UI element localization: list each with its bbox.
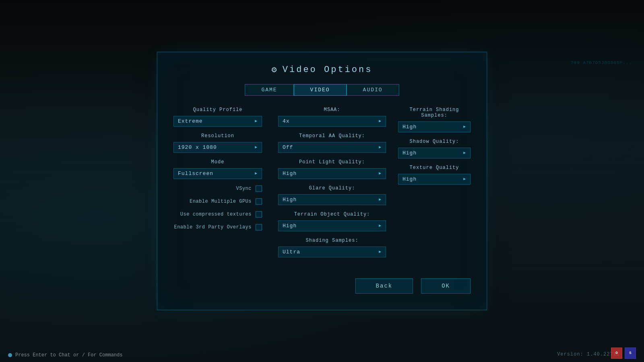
texture-quality-arrow: ► bbox=[463, 177, 466, 181]
mode-value: Fullscreen bbox=[178, 171, 213, 177]
logo-oxide: O bbox=[611, 348, 622, 359]
shading-samples-dropdown[interactable]: Ultra ► bbox=[278, 247, 386, 257]
dialog-footer: Back OK bbox=[173, 278, 471, 294]
chat-bar: Press Enter to Chat or / For Commands bbox=[8, 352, 122, 358]
logo-studio: S bbox=[625, 348, 636, 359]
multiple-gpus-label: Enable Multiple GPUs bbox=[190, 199, 252, 204]
shading-samples-arrow: ► bbox=[379, 250, 382, 254]
terrain-shading-samples-value: High bbox=[402, 124, 417, 130]
temporal-aa-quality-dropdown[interactable]: Off ► bbox=[278, 142, 386, 153]
bg-noise-right bbox=[511, 60, 644, 302]
glare-quality-value: High bbox=[283, 197, 297, 203]
msaa-label: MSAA: bbox=[278, 107, 386, 113]
resolution-dropdown[interactable]: 1920 x 1080 ► bbox=[173, 142, 262, 153]
shading-samples-label: Shading Samples: bbox=[278, 238, 386, 243]
terrain-shading-samples-dropdown[interactable]: High ► bbox=[398, 121, 471, 132]
dialog-title-bar: ⚙ Video Options bbox=[173, 64, 471, 75]
point-light-quality-dropdown[interactable]: High ► bbox=[278, 168, 386, 179]
glare-quality-dropdown[interactable]: High ► bbox=[278, 194, 386, 205]
center-column: MSAA: 4x ► Temporal AA Quality: Off ► Po… bbox=[278, 107, 386, 264]
terrain-object-quality-label: Terrain Object Quality: bbox=[278, 212, 386, 217]
point-light-quality-value: High bbox=[283, 171, 297, 177]
msaa-value: 4x bbox=[283, 118, 290, 124]
quality-profile-dropdown[interactable]: Extreme ► bbox=[173, 116, 262, 127]
shadow-quality-label: Shadow Quality: bbox=[398, 139, 471, 144]
right-side: MSAA: 4x ► Temporal AA Quality: Off ► Po… bbox=[278, 107, 471, 264]
quality-profile-arrow: ► bbox=[255, 119, 258, 123]
third-party-overlays-checkbox[interactable] bbox=[256, 224, 262, 230]
vsync-label: VSync bbox=[236, 186, 252, 191]
mode-arrow: ► bbox=[255, 171, 258, 176]
vsync-row: VSync bbox=[173, 185, 262, 192]
texture-quality-value: High bbox=[402, 176, 417, 182]
shadow-quality-arrow: ► bbox=[463, 151, 466, 155]
resolution-label: Resolution bbox=[173, 133, 262, 139]
shadow-quality-value: High bbox=[402, 150, 417, 156]
glare-quality-label: Glare Quality: bbox=[278, 185, 386, 191]
ok-button[interactable]: OK bbox=[421, 278, 471, 294]
logos-area: O S bbox=[611, 348, 636, 359]
terrain-object-quality-dropdown[interactable]: High ► bbox=[278, 220, 386, 231]
quality-profile-value: Extreme bbox=[178, 118, 203, 124]
third-party-overlays-label: Enable 3rd Party Overlays bbox=[174, 224, 252, 230]
dialog-content: Quality Profile Extreme ► Resolution 192… bbox=[173, 107, 471, 264]
glare-quality-arrow: ► bbox=[379, 197, 382, 202]
tab-bar: GAME VIDEO AUDIO bbox=[173, 84, 471, 96]
point-light-quality-label: Point Light Quality: bbox=[278, 159, 386, 165]
quality-profile-label: Quality Profile bbox=[173, 107, 262, 113]
terrain-shading-samples-label: Terrain Shading Samples: bbox=[398, 107, 471, 118]
resolution-value: 1920 x 1080 bbox=[178, 144, 217, 150]
back-button[interactable]: Back bbox=[355, 278, 413, 294]
terrain-shading-samples-arrow: ► bbox=[463, 125, 466, 129]
dialog-title-text: Video Options bbox=[283, 65, 373, 75]
chat-dot-icon bbox=[8, 353, 12, 357]
texture-quality-dropdown[interactable]: High ► bbox=[398, 174, 471, 185]
compressed-textures-label: Use compressed textures bbox=[180, 212, 252, 217]
tab-video[interactable]: VIDEO bbox=[294, 84, 347, 96]
left-column: Quality Profile Extreme ► Resolution 192… bbox=[173, 107, 262, 264]
tab-audio[interactable]: AUDIO bbox=[347, 84, 399, 96]
terrain-object-quality-arrow: ► bbox=[379, 224, 382, 228]
temporal-aa-quality-arrow: ► bbox=[379, 145, 382, 150]
bg-noise-left bbox=[0, 60, 133, 302]
compressed-textures-checkbox[interactable] bbox=[256, 211, 262, 218]
video-options-dialog: ⚙ Video Options GAME VIDEO AUDIO Quality… bbox=[157, 52, 487, 310]
texture-quality-label: Texture Quality bbox=[398, 165, 471, 171]
vsync-checkbox[interactable] bbox=[256, 185, 262, 192]
third-party-overlays-row: Enable 3rd Party Overlays bbox=[173, 224, 262, 230]
temporal-aa-quality-value: Off bbox=[283, 144, 293, 150]
shading-samples-value: Ultra bbox=[283, 249, 300, 255]
chat-prompt-text: Press Enter to Chat or / For Commands bbox=[15, 352, 122, 358]
point-light-quality-arrow: ► bbox=[379, 171, 382, 176]
multiple-gpus-checkbox[interactable] bbox=[256, 198, 262, 205]
msaa-arrow: ► bbox=[379, 119, 382, 123]
shadow-quality-dropdown[interactable]: High ► bbox=[398, 148, 471, 158]
resolution-arrow: ► bbox=[255, 145, 258, 150]
mode-dropdown[interactable]: Fullscreen ► bbox=[173, 168, 262, 179]
msaa-dropdown[interactable]: 4x ► bbox=[278, 116, 386, 127]
mode-label: Mode bbox=[173, 159, 262, 165]
tab-game[interactable]: GAME bbox=[245, 84, 293, 96]
far-right-column: Terrain Shading Samples: High ► Shadow Q… bbox=[398, 107, 471, 264]
terrain-object-quality-value: High bbox=[283, 223, 297, 229]
corner-code: 789 A7B7D5J05585F... bbox=[571, 60, 632, 65]
multiple-gpus-row: Enable Multiple GPUs bbox=[173, 198, 262, 205]
version-text: Version: 1.40.22711 bbox=[557, 352, 620, 357]
temporal-aa-quality-label: Temporal AA Quality: bbox=[278, 133, 386, 139]
compressed-textures-row: Use compressed textures bbox=[173, 211, 262, 218]
title-icon: ⚙ bbox=[272, 64, 279, 75]
